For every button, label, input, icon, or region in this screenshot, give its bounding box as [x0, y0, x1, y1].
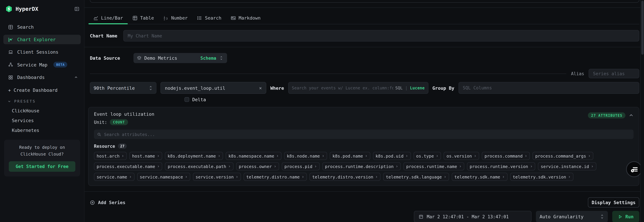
attribute-chip[interactable]: service.version › [193, 173, 241, 181]
get-started-button[interactable]: Get Started for Free [9, 161, 75, 172]
attribute-chip-label: os.version [446, 153, 472, 158]
where-search-input[interactable] [292, 85, 393, 90]
sidebar-item-search[interactable]: Search [4, 22, 81, 32]
tab-number[interactable]: 1 2 3 Number [159, 12, 192, 24]
tab-line-bar[interactable]: Line/Bar [88, 12, 128, 24]
metric-field[interactable]: nodejs.event_loop.util × [160, 82, 266, 94]
attribute-chip[interactable]: process.pid › [282, 162, 320, 170]
display-settings-button[interactable]: Display Settings [588, 197, 639, 208]
tab-markdown[interactable]: Markdown [226, 12, 265, 24]
attribute-chip[interactable]: host.name › [130, 152, 162, 160]
chevron-right-icon: › [218, 154, 220, 158]
attribute-chip-label: telemetry.distro.version [312, 174, 373, 179]
attribute-chip[interactable]: k8s.pod.uid › [373, 152, 411, 160]
chevron-right-icon: › [444, 174, 446, 179]
attribute-chip-label: k8s.pod.uid [376, 153, 404, 158]
attribute-chip[interactable]: k8s.pod.name › [330, 152, 370, 160]
tab-label: Number [171, 15, 188, 20]
attribute-chip-label: k8s.pod.name [332, 153, 363, 158]
sidebar-item-dashboards[interactable]: Dashboards [4, 72, 81, 82]
scrollbar-thumb[interactable] [641, 1, 644, 55]
chevron-right-icon: › [396, 164, 398, 169]
unit-badge: COUNT [110, 119, 128, 125]
time-range-picker[interactable]: Mar 2 12:47:01 - Mar 2 13:47:01 [414, 211, 532, 222]
sql-option[interactable]: SQL [395, 85, 402, 90]
attribute-chip[interactable]: k8s.deployment.name › [165, 152, 223, 160]
attributes-search-input[interactable] [104, 132, 630, 137]
attribute-chip[interactable]: telemetry.distro.version › [310, 173, 380, 181]
attribute-chip[interactable]: process.command › [482, 152, 530, 160]
time-range-value: Mar 2 12:47:01 - Mar 2 13:47:01 [427, 214, 509, 219]
attribute-chip[interactable]: process.runtime.description › [322, 162, 401, 170]
attributes-search-field[interactable] [94, 130, 634, 139]
lucene-option[interactable]: Lucene [410, 85, 425, 90]
attribute-chip[interactable]: process.owner › [236, 162, 279, 170]
metric-attributes-panel: Event loop utilization Unit: COUNT 27 AT… [88, 107, 639, 186]
aggregation-select[interactable]: 90th Percentile [90, 82, 156, 94]
changelog-widget-button[interactable] [626, 161, 642, 177]
attribute-chip[interactable]: telemetry.sdk.version › [510, 173, 574, 181]
attribute-chip-label: process.pid [284, 164, 312, 169]
preset-item[interactable]: Kubernetes [12, 128, 84, 133]
attribute-chip-label: service.name [97, 174, 127, 179]
add-series-button[interactable]: Add Series [90, 200, 126, 205]
attribute-chip[interactable]: os.type › [414, 152, 441, 160]
attribute-chip[interactable]: process.executable.name › [94, 162, 162, 170]
attribute-chip[interactable]: process.runtime.name › [404, 162, 464, 170]
tab-label: Search [205, 15, 222, 20]
tab-search[interactable]: Search [192, 12, 226, 24]
remove-metric-button[interactable]: × [259, 85, 262, 91]
data-source-select[interactable]: Demo Metrics Schema [134, 53, 227, 63]
resource-count-pill: 27 [118, 143, 127, 149]
series-alias-input[interactable] [588, 69, 639, 78]
chevron-right-icon: › [157, 154, 159, 158]
app-window: HyperDX Search Char [0, 0, 644, 222]
sidebar-collapse-icon[interactable] [74, 6, 80, 11]
attribute-chip[interactable]: telemetry.distro.name › [244, 173, 307, 181]
attribute-chip[interactable]: k8s.namespace.name › [226, 152, 281, 160]
sidebar-item-chart-explorer[interactable]: Chart Explorer [4, 35, 81, 44]
granularity-value: Auto Granularity [540, 214, 584, 219]
attribute-chip[interactable]: process.command_args › [532, 152, 593, 160]
bottom-bar: Mar 2 12:47:01 - Mar 2 13:47:01 Auto Gra… [90, 211, 639, 222]
chart-name-input[interactable] [123, 30, 639, 41]
sidebar-item-client-sessions[interactable]: Client Sessions [4, 47, 81, 57]
beta-badge: BETA [54, 62, 68, 67]
create-dashboard-button[interactable]: + Create Dashboard [8, 87, 84, 93]
granularity-select[interactable]: Auto Granularity [536, 211, 608, 222]
changelog-icon [630, 165, 638, 173]
delta-checkbox[interactable] [184, 97, 189, 102]
attribute-chip-label: service.instance.id [541, 164, 589, 169]
cloud-promo-text: Ready to deploy on ClickHouse Cloud? [9, 144, 75, 158]
preset-item[interactable]: ClickHouse [12, 108, 84, 113]
tab-table[interactable]: Table [128, 12, 159, 24]
preset-item[interactable]: Services [12, 118, 84, 123]
attribute-chip[interactable]: os.version › [444, 152, 479, 160]
presets-list: ClickHouse Services Kubernetes [0, 108, 84, 133]
attribute-chip[interactable]: telemetry.sdk.language › [383, 173, 449, 181]
run-button[interactable]: Run [612, 211, 639, 222]
attribute-chip[interactable]: k8s.node.name › [284, 152, 327, 160]
tab-label: Table [140, 15, 154, 20]
attribute-chip[interactable]: host.arch › [94, 152, 127, 160]
sidebar-item-service-map[interactable]: Service Map BETA [4, 60, 81, 69]
attribute-chip[interactable]: telemetry.sdk.name › [452, 173, 507, 181]
collapse-panel-chevron-up-icon[interactable] [629, 113, 634, 118]
sidebar-item-label: Search [17, 24, 34, 30]
attribute-chip[interactable]: service.instance.id › [538, 162, 596, 170]
attribute-chip[interactable]: service.namespace › [137, 173, 190, 181]
attribute-chip[interactable]: service.name › [94, 173, 134, 181]
alias-row: Alias [90, 69, 639, 78]
group-by-input[interactable] [458, 82, 639, 94]
resource-group-label: Resource [94, 144, 115, 149]
attribute-chip[interactable]: process.runtime.version › [467, 162, 535, 170]
attribute-chip[interactable]: process.executable.path › [165, 162, 234, 170]
panel-titles: Event loop utilization Unit: COUNT [94, 111, 588, 125]
chevron-right-icon: › [322, 154, 324, 158]
svg-text:3: 3 [166, 17, 168, 20]
where-search-field[interactable]: SQL | Lucene [288, 82, 428, 94]
chevron-right-icon: › [459, 164, 462, 169]
schema-link[interactable]: Schema [200, 55, 216, 61]
presets-header[interactable]: PRESETS [8, 99, 84, 104]
main-content: Line/Bar Table 1 2 3 Number [84, 0, 640, 222]
